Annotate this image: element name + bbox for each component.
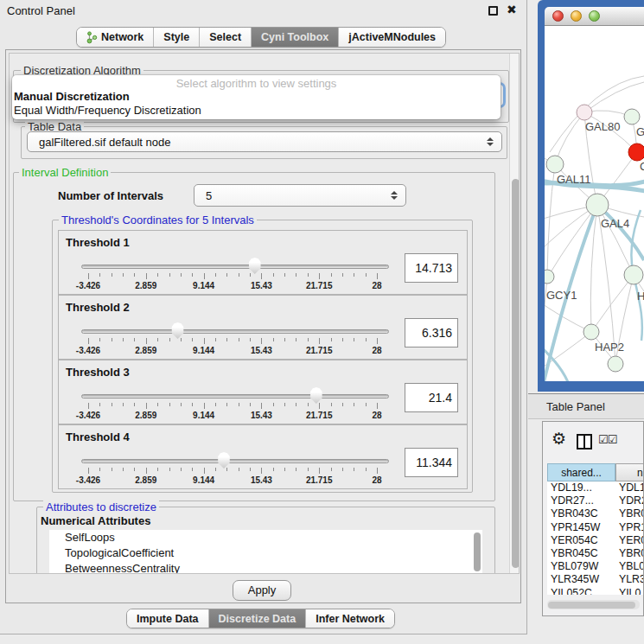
table-hscrollbar[interactable] — [547, 600, 640, 609]
algorithm-dropdown-popup: Select algorithm to view settings Manual… — [12, 75, 501, 119]
table-row[interactable]: YPR145WYPR1 — [547, 521, 644, 534]
attribute-list-item[interactable]: SelfLoops — [49, 530, 482, 545]
slider-track[interactable] — [81, 394, 389, 399]
select-columns-icon[interactable]: ☑☑ — [598, 433, 616, 446]
network-node-label: GAL4 — [601, 217, 629, 230]
table-hscrollbar-thumb[interactable] — [548, 602, 635, 609]
cyni-mode-tabbar: Impute DataDiscretize DataInfer Network — [126, 609, 395, 628]
algorithm-option[interactable]: Manual Discretization — [14, 90, 130, 103]
thresholds-group: Threshold 1 -3.4262.8599.14415.4321.7152… — [52, 220, 473, 493]
threshold-panel: Threshold 4 -3.4262.8599.14415.4321.7152… — [58, 424, 468, 489]
network-node[interactable] — [546, 156, 564, 173]
network-view-window[interactable]: GAL80GACGAL11GAL4GCY1HHAP2 — [538, 0, 644, 392]
slider-thumb[interactable] — [247, 258, 262, 274]
close-traffic-light-icon[interactable] — [552, 10, 564, 22]
table-panel-header: Table Panel — [528, 393, 644, 419]
slider-track[interactable] — [81, 459, 389, 463]
table-row[interactable]: YBR045CYBR0 — [547, 547, 644, 560]
network-node-label: H — [637, 290, 644, 303]
float-window-icon[interactable] — [488, 6, 498, 16]
threshold-label: Threshold 1 — [66, 236, 130, 249]
table-panel-title: Table Panel — [546, 400, 605, 413]
column-header-name[interactable]: n — [615, 463, 644, 481]
table-row[interactable]: YIL052CYIL0 — [547, 587, 644, 596]
close-icon[interactable]: ✖ — [507, 3, 517, 16]
table-row[interactable]: YBL079WYBL0 — [547, 560, 644, 573]
slider-thumb[interactable] — [216, 452, 231, 469]
table-row[interactable]: YDR27...YDR2 — [547, 494, 644, 507]
network-canvas[interactable]: GAL80GACGAL11GAL4GCY1HHAP2 — [545, 26, 644, 381]
network-graph[interactable]: GAL80GACGAL11GAL4GCY1HHAP2 — [545, 26, 644, 381]
control-panel-tabbar: NetworkStyleSelectCyni ToolboxjActiveMNo… — [76, 27, 446, 48]
table-data-selected-value: galFiltered.sif default node — [39, 136, 170, 149]
table-panel: ⚙ ☑☑ shared... n YDL19...YDL1YDR27...YDR… — [542, 421, 644, 616]
threshold-panel: Threshold 2 -3.4262.8599.14415.4321.7152… — [58, 295, 468, 360]
tab-impute-data[interactable]: Impute Data — [127, 609, 208, 628]
network-node-label: GAL11 — [557, 173, 591, 186]
network-node-label: GCY1 — [546, 289, 577, 302]
zoom-traffic-light-icon[interactable] — [589, 10, 600, 22]
column-header-shared[interactable]: shared... — [547, 463, 615, 481]
network-node-label: GA — [636, 125, 644, 138]
network-window-titlebar[interactable] — [545, 7, 644, 26]
network-node-label: C — [640, 160, 644, 173]
network-node[interactable] — [608, 356, 623, 372]
control-panel-window: Control Panel ✖ NetworkStyleSelectCyni T… — [0, 0, 527, 634]
threshold-value-field[interactable]: 14.713 — [405, 253, 458, 283]
stepper-arrows-icon — [391, 191, 398, 200]
number-of-intervals-combobox[interactable]: 5 — [194, 184, 406, 207]
threshold-panel: Threshold 1 -3.4262.8599.14415.4321.7152… — [58, 230, 468, 295]
numerical-attributes-list[interactable]: SelfLoopsTopologicalCoefficientBetweenne… — [49, 530, 482, 574]
thresholds-group-label: Threshold's Coordinates for 5 Intervals — [59, 214, 257, 226]
settings-viewport: Discretization Algorithm Table Data galF… — [9, 53, 520, 574]
network-node[interactable] — [624, 265, 643, 284]
split-columns-icon[interactable] — [577, 434, 592, 450]
threshold-panel: Threshold 3 -3.4262.8599.14415.4321.7152… — [58, 360, 468, 424]
tab-select[interactable]: Select — [199, 28, 251, 47]
number-of-intervals-value: 5 — [206, 189, 212, 202]
threshold-label: Threshold 4 — [66, 430, 130, 443]
gear-icon[interactable]: ⚙ — [552, 429, 566, 449]
threshold-label: Threshold 3 — [66, 366, 130, 379]
network-node[interactable] — [583, 324, 599, 340]
settings-scrollbar-thumb[interactable] — [512, 179, 520, 568]
threshold-value-field[interactable]: 6.316 — [405, 318, 458, 348]
list-scrollbar-thumb[interactable] — [474, 532, 481, 571]
minimize-traffic-light-icon[interactable] — [571, 10, 582, 22]
table-row[interactable]: YER054CYER0 — [547, 534, 644, 547]
table-data-combobox[interactable]: galFiltered.sif default node — [27, 131, 502, 152]
tab-infer-network[interactable]: Infer Network — [305, 609, 394, 628]
control-panel-title: Control Panel — [7, 4, 75, 17]
network-node[interactable] — [545, 270, 554, 284]
control-panel-titlebar: Control Panel ✖ — [0, 0, 526, 22]
table-row[interactable]: YDL19...YDL1 — [547, 481, 644, 494]
apply-button[interactable]: Apply — [233, 580, 291, 601]
attributes-group-label: Attributes to discretize — [43, 501, 159, 513]
attribute-list-item[interactable]: BetweennessCentrality — [49, 561, 482, 574]
tab-jactivemnodules[interactable]: jActiveMNodules — [338, 28, 445, 47]
slider-thumb[interactable] — [309, 387, 323, 404]
threshold-value-field[interactable]: 11.344 — [405, 448, 458, 477]
attribute-list-item[interactable]: TopologicalCoefficient — [49, 545, 482, 561]
table-row[interactable]: YBR043CYBR0 — [547, 507, 644, 520]
network-node[interactable] — [577, 105, 592, 120]
settings-scrollbar[interactable] — [509, 54, 520, 574]
algorithm-option[interactable]: Equal Width/Frequency Discretization — [14, 104, 201, 117]
tab-network[interactable]: Network — [77, 28, 153, 47]
tab-cyni-toolbox[interactable]: Cyni Toolbox — [251, 28, 338, 47]
tab-discretize-data[interactable]: Discretize Data — [208, 609, 306, 628]
network-node[interactable] — [628, 143, 644, 161]
threshold-value-field[interactable]: 21.4 — [405, 383, 458, 412]
network-node[interactable] — [624, 109, 640, 124]
table-body[interactable]: YDL19...YDL1YDR27...YDR2YBR043CYBR0YPR14… — [547, 481, 644, 595]
slider-thumb[interactable] — [170, 322, 185, 339]
table-row[interactable]: YLR345WYLR3 — [547, 573, 644, 586]
interval-definition-label: Interval Definition — [19, 166, 111, 179]
network-node[interactable] — [586, 194, 609, 216]
algorithm-placeholder-option[interactable]: Select algorithm to view settings — [12, 77, 501, 90]
slider-track[interactable] — [81, 329, 389, 334]
tab-style[interactable]: Style — [153, 28, 199, 47]
slider-track[interactable] — [81, 265, 389, 269]
number-of-intervals-label: Number of Intervals — [58, 189, 163, 202]
stepper-arrows-icon — [487, 137, 494, 146]
